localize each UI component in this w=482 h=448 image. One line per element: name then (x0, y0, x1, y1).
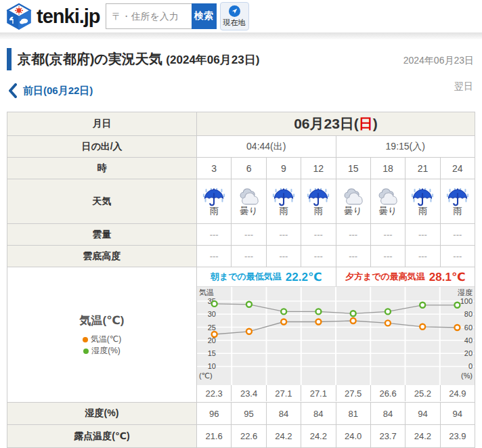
weather-label: 雨 (197, 206, 231, 216)
prev-day-link[interactable]: 前日(06月22日) (8, 83, 93, 98)
weather-cell: 雨 (266, 179, 301, 224)
holiday-day: 日 (359, 116, 373, 131)
legend-temperature: 気温(℃) (7, 334, 196, 345)
current-location-label: 現在地 (223, 18, 246, 28)
search-box: 検索 (106, 3, 217, 29)
weather-cell: 雨 (440, 179, 475, 224)
sunset-cell: 19:15(入) (336, 136, 475, 158)
rain-icon (410, 188, 435, 206)
cloud-amount-cell: --- (232, 224, 266, 246)
hour-cell: 9 (266, 158, 301, 179)
cloud-amount-cell: --- (197, 224, 232, 246)
humidity-cell: 95 (232, 403, 266, 425)
weather-label: 曇り (336, 206, 370, 216)
row-label-cloud-base: 雲底高度 (7, 246, 197, 267)
svg-text:湿度: 湿度 (458, 288, 473, 296)
rain-icon (306, 188, 330, 206)
svg-text:気温: 気温 (199, 288, 214, 296)
site-header: tenki.jp 検索 現在地 (0, 0, 482, 32)
cloud-amount-cell: --- (406, 224, 440, 246)
temperature-value-cell: 27.1 (301, 385, 335, 401)
cloud-base-cell: --- (197, 246, 232, 267)
date-cell: 06月23日(日) (197, 112, 475, 136)
weather-label: 雨 (301, 206, 335, 216)
cloud-base-cell: --- (336, 246, 370, 267)
hour-cell: 15 (336, 158, 370, 179)
cloudy-icon (237, 188, 261, 206)
weather-label: 曇り (371, 206, 405, 216)
temperature-humidity-chart: 気温353025201510(℃)湿度100806040200(%) (197, 287, 475, 385)
title-accent-bar (7, 48, 12, 70)
max-temperature: 夕方までの最高気温 28.1℃ (336, 267, 475, 286)
weather-cell: 曇り (336, 179, 370, 224)
weather-label: 雨 (441, 206, 475, 216)
title-section: 京都(京都府)の実況天気 (2024年06月23日) 2024年06月23日 (0, 39, 482, 72)
temperature-value-cell: 22.3 (197, 385, 231, 401)
svg-text:(%): (%) (461, 372, 473, 380)
temperature-value-cell: 27.5 (336, 385, 370, 401)
humidity-cell: 84 (370, 403, 405, 425)
temperature-chart-cell: 朝までの最低気温 22.2℃ 夕方までの最高気温 28.1℃ 気温3530252… (197, 267, 475, 403)
location-arrow-icon (229, 5, 240, 17)
svg-text:60: 60 (464, 323, 473, 332)
svg-text:30: 30 (208, 310, 216, 318)
humidity-cell: 96 (197, 403, 232, 425)
header-divider (0, 32, 482, 39)
svg-text:(℃): (℃) (199, 372, 213, 380)
temperature-value-cell: 27.1 (266, 385, 301, 401)
next-day-link[interactable]: 翌日 (454, 81, 473, 93)
cloudy-icon (376, 188, 400, 206)
row-label-cloud-amount: 雲量 (7, 224, 197, 246)
rain-icon (445, 188, 470, 206)
svg-text:0: 0 (468, 362, 473, 370)
sunrise-cell: 04:44(出) (197, 136, 336, 158)
temperature-row-title: 気温(℃) (7, 313, 196, 328)
dew-point-cell: 21.6 (197, 425, 232, 448)
page-title: 京都(京都府)の実況天気 (2024年06月23日) (18, 48, 259, 71)
cloud-base-cell: --- (370, 246, 405, 267)
cloud-base-cell: --- (406, 246, 440, 267)
brand-title[interactable]: tenki.jp (37, 5, 100, 28)
dew-point-cell: 24.2 (406, 425, 440, 448)
weather-cell: 曇り (232, 179, 266, 224)
cloud-amount-cell: --- (336, 224, 370, 246)
svg-text:25: 25 (208, 323, 216, 332)
humidity-cell: 94 (406, 403, 440, 425)
chevron-left-icon (8, 83, 17, 98)
cloudy-icon (341, 188, 366, 206)
temperature-value-cell: 25.2 (405, 385, 439, 401)
temperature-value-cell: 23.4 (231, 385, 265, 401)
svg-text:80: 80 (464, 310, 473, 318)
page-date: 2024年06月23日 (403, 48, 474, 67)
row-label-date: 月日 (7, 112, 197, 136)
prev-day-label: 前日(06月22日) (23, 85, 93, 97)
cloud-amount-cell: --- (301, 224, 336, 246)
minmax-temperature-bar: 朝までの最低気温 22.2℃ 夕方までの最高気温 28.1℃ (197, 267, 475, 287)
temperature-value-cell: 24.9 (440, 385, 475, 401)
svg-text:15: 15 (208, 349, 216, 357)
dew-point-cell: 24.0 (336, 425, 370, 448)
row-label-dew-point: 露点温度(℃) (7, 425, 197, 448)
weather-cell: 雨 (406, 179, 440, 224)
svg-text:20: 20 (464, 349, 473, 357)
current-location-button[interactable]: 現在地 (220, 2, 249, 30)
hour-cell: 6 (232, 158, 266, 179)
page-title-date: (2024年06月23日) (166, 53, 259, 66)
humidity-cell: 81 (336, 403, 370, 425)
dew-point-cell: 24.2 (266, 425, 301, 448)
humidity-cell: 94 (440, 403, 475, 425)
hour-cell: 24 (440, 158, 475, 179)
temperature-legend-dot-icon (83, 337, 88, 342)
dew-point-cell: 24.2 (301, 425, 336, 448)
tenki-logo-icon[interactable] (5, 3, 32, 30)
cloud-base-cell: --- (266, 246, 301, 267)
row-label-humidity: 湿度(%) (7, 403, 197, 425)
search-button[interactable]: 検索 (192, 3, 217, 29)
dew-point-cell: 23.7 (370, 425, 405, 448)
weather-cell: 雨 (301, 179, 336, 224)
hour-cell: 12 (301, 158, 336, 179)
cloud-base-cell: --- (232, 246, 266, 267)
search-input[interactable] (106, 3, 192, 29)
temperature-value-cell: 26.6 (370, 385, 405, 401)
humidity-cell: 84 (266, 403, 301, 425)
